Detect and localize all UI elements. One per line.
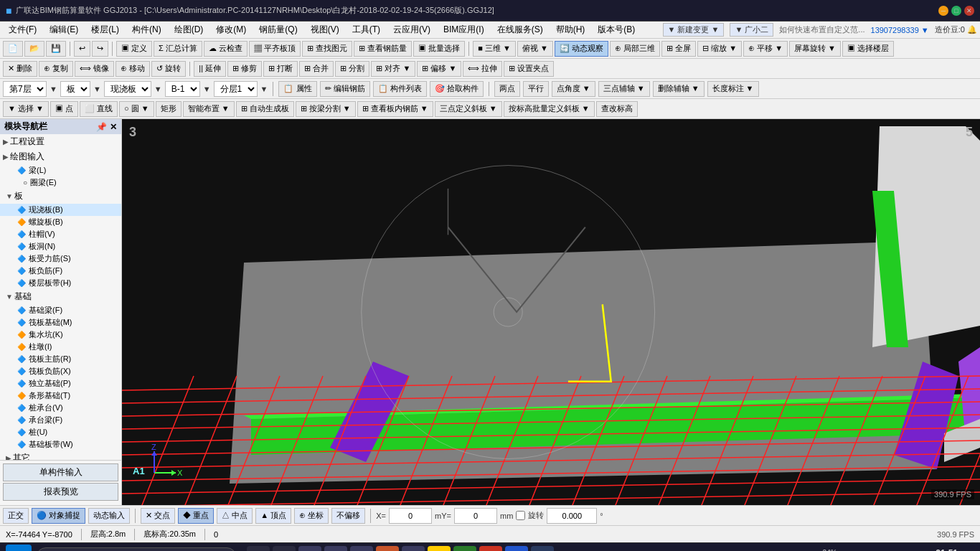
menu-file[interactable]: 文件(F) bbox=[3, 22, 42, 37]
menu-component[interactable]: 构件(N) bbox=[126, 22, 167, 37]
close-button[interactable]: ✕ bbox=[964, 6, 974, 16]
sidebar-item-found-strip[interactable]: 🔷 基础板带(W) bbox=[0, 438, 121, 451]
snap-dynamic-btn[interactable]: 动态输入 bbox=[88, 508, 130, 524]
pan-btn[interactable]: ⊕ 平移 ▼ bbox=[743, 41, 788, 57]
snap-coord-btn[interactable]: ⊕ 坐标 bbox=[294, 508, 329, 524]
rotate-btn[interactable]: ↺ 旋转 bbox=[151, 61, 186, 77]
menu-steel[interactable]: 钢筋量(Q) bbox=[253, 22, 303, 37]
snap-endpoint-btn[interactable]: ◆ 重点 bbox=[178, 508, 214, 524]
menu-edit[interactable]: 编辑(E) bbox=[44, 22, 84, 37]
taskbar-app1-icon[interactable]: ⊞ bbox=[298, 546, 321, 552]
rect-btn[interactable]: 矩形 bbox=[156, 101, 182, 117]
fullscreen-btn[interactable]: ⊞ 全屏 bbox=[661, 41, 696, 57]
taskbar-app8-icon[interactable]: 🎮 bbox=[479, 546, 502, 552]
clock[interactable]: 21:51 2018/7/12 bbox=[926, 548, 958, 551]
taskbar-app3-icon[interactable]: ⊙ bbox=[350, 546, 373, 552]
check-height-btn[interactable]: 查改标高 bbox=[596, 101, 638, 117]
calc-btn[interactable]: Σ 汇总计算 bbox=[154, 41, 202, 57]
component-list-btn[interactable]: 📋 构件列表 bbox=[373, 81, 427, 97]
select-btn[interactable]: ▼ 选择 ▼ bbox=[3, 101, 49, 117]
sidebar-item-strip-found[interactable]: 🔶 条形基础(T) bbox=[0, 390, 121, 402]
pick-component-btn[interactable]: 🎯 拾取构件 bbox=[430, 81, 484, 97]
del-aux-btn[interactable]: 删除辅轴 ▼ bbox=[653, 81, 705, 97]
two-point-btn[interactable]: 两点 bbox=[494, 81, 520, 97]
zoom-btn[interactable]: ⊟ 缩放 ▼ bbox=[697, 41, 742, 57]
grip-btn[interactable]: ⊞ 设置夹点 bbox=[504, 61, 554, 77]
cloud-check-btn[interactable]: ☁ 云检查 bbox=[204, 41, 248, 57]
sidebar-close-icon[interactable]: ✕ bbox=[110, 122, 117, 132]
sidebar-item-pile-cap[interactable]: 🔷 桩承台(V) bbox=[0, 402, 121, 414]
taskbar-app5-icon[interactable]: 🌐 bbox=[402, 546, 425, 552]
snap-nooffset-btn[interactable]: 不偏移 bbox=[331, 508, 365, 524]
redo-btn[interactable]: ↪ bbox=[92, 41, 108, 57]
floor-select[interactable]: 第7层 bbox=[3, 81, 47, 97]
type-select[interactable]: 现浇板 bbox=[104, 81, 151, 97]
circle-btn[interactable]: ○ 圆 ▼ bbox=[119, 101, 154, 117]
edit-steel-btn[interactable]: ✏ 编辑钢筋 bbox=[320, 81, 370, 97]
stretch-btn[interactable]: ⟺ 拉伸 bbox=[463, 61, 502, 77]
save-btn[interactable]: 💾 bbox=[46, 41, 66, 57]
break-btn[interactable]: ⊞ 打断 bbox=[263, 61, 298, 77]
sidebar-item-pit[interactable]: 🔶 集水坑(K) bbox=[0, 329, 121, 341]
point-btn[interactable]: ▣ 点 bbox=[50, 101, 78, 117]
sidebar-item-beam[interactable]: 🔷 梁(L) bbox=[0, 164, 121, 176]
offset-btn[interactable]: ⊞ 偏移 ▼ bbox=[417, 61, 461, 77]
new-btn[interactable]: 📄 bbox=[3, 41, 23, 57]
sidebar-item-cap-beam[interactable]: 🔷 承台梁(F) bbox=[0, 414, 121, 426]
snap-intersect-btn[interactable]: ✕ 交点 bbox=[141, 508, 175, 524]
sidebar-item-slab-hole[interactable]: 🔷 板洞(N) bbox=[0, 240, 121, 253]
menu-version[interactable]: 版本号(B) bbox=[592, 22, 641, 37]
dim-btn[interactable]: 长度标注 ▼ bbox=[707, 81, 759, 97]
canvas-area[interactable]: 3 5 A1 390.9 FPS bbox=[122, 119, 980, 505]
taskbar-taskview-icon[interactable]: ⊞ bbox=[273, 546, 296, 552]
menu-help[interactable]: 帮助(H) bbox=[550, 22, 591, 37]
taskbar-app9-icon[interactable]: 💬 bbox=[505, 546, 528, 552]
sidebar-section-slab[interactable]: ▼ 板 bbox=[0, 189, 121, 204]
drawing-input-item[interactable]: ▶ 绘图输入 bbox=[0, 149, 121, 164]
split-btn[interactable]: ⊞ 分割 bbox=[335, 61, 369, 77]
sidebar-item-cast-slab[interactable]: 🔷 现浇板(B) bbox=[0, 204, 121, 216]
sidebar-item-floor-strip[interactable]: 🔷 楼层板带(H) bbox=[0, 277, 121, 289]
screen-rotate-btn[interactable]: 屏幕旋转 ▼ bbox=[789, 41, 841, 57]
three-point-aux-btn[interactable]: 三点辅轴 ▼ bbox=[598, 81, 650, 97]
angle-btn[interactable]: 点角度 ▼ bbox=[552, 81, 595, 97]
rotate-checkbox[interactable] bbox=[516, 511, 525, 520]
sidebar-item-raft-main[interactable]: 🔷 筏板主筋(R) bbox=[0, 353, 121, 365]
x-input[interactable] bbox=[389, 508, 432, 524]
3d-btn[interactable]: ■ 三维 ▼ bbox=[473, 41, 516, 57]
minimize-button[interactable]: ─ bbox=[938, 6, 948, 16]
snap-ortho-btn[interactable]: 正交 bbox=[3, 508, 29, 524]
view-steel-btn[interactable]: ⊞ 查看钢筋量 bbox=[354, 41, 412, 57]
menu-view[interactable]: 视图(V) bbox=[305, 22, 345, 37]
three-pt-slope-btn[interactable]: 三点定义斜板 ▼ bbox=[435, 101, 502, 117]
snap-object-btn[interactable]: 🔵 对象捕捉 bbox=[32, 508, 85, 524]
rotate-input[interactable] bbox=[547, 508, 597, 524]
trim-btn[interactable]: ⊞ 修剪 bbox=[227, 61, 262, 77]
taskbar-app2-icon[interactable]: 🌐 bbox=[324, 546, 347, 552]
define-btn[interactable]: ▣ 定义 bbox=[116, 41, 152, 57]
sidebar-item-col-pier[interactable]: 🔶 柱墩(I) bbox=[0, 341, 121, 353]
sidebar-item-stress-rebar[interactable]: 🔷 板受力筋(S) bbox=[0, 253, 121, 265]
level-select[interactable]: 分层1 bbox=[214, 81, 258, 97]
menu-bim[interactable]: BIM应用(I) bbox=[438, 22, 490, 37]
taskbar-app7-icon[interactable]: 🌐 bbox=[453, 546, 476, 552]
sidebar-item-col-cap[interactable]: 🔷 柱帽(V) bbox=[0, 228, 121, 240]
batch-slope-btn[interactable]: 按标高批量定义斜板 ▼ bbox=[504, 101, 595, 117]
batch-select-btn[interactable]: ▣ 批量选择 bbox=[413, 41, 465, 57]
snap-vertex-btn[interactable]: ▲ 顶点 bbox=[255, 508, 291, 524]
property-btn[interactable]: 📋 属性 bbox=[278, 81, 316, 97]
sidebar-item-pile[interactable]: 🔷 桩(U) bbox=[0, 426, 121, 438]
top-view-btn[interactable]: 俯视 ▼ bbox=[517, 41, 553, 57]
sidebar-section-foundation[interactable]: ▼ 基础 bbox=[0, 289, 121, 304]
sidebar-item-raft-neg[interactable]: 🔷 筏板负筋(X) bbox=[0, 365, 121, 377]
align-btn[interactable]: ⊞ 对齐 ▼ bbox=[371, 61, 415, 77]
menu-draw[interactable]: 绘图(D) bbox=[169, 22, 209, 37]
new-change-btn[interactable]: ▼ 新建变更 ▼ bbox=[663, 23, 725, 37]
move-btn[interactable]: ⊕ 移动 bbox=[116, 61, 150, 77]
sidebar-item-neg-rebar[interactable]: 🔷 板负筋(F) bbox=[0, 265, 121, 277]
menu-modify[interactable]: 修改(M) bbox=[210, 22, 252, 37]
start-button[interactable]: ⊞ bbox=[6, 545, 32, 552]
sidebar-item-raft[interactable]: 🔷 筏板基础(M) bbox=[0, 316, 121, 329]
taskbar-app10-icon[interactable]: G bbox=[531, 546, 554, 552]
report-preview-btn[interactable]: 报表预览 bbox=[3, 483, 118, 501]
